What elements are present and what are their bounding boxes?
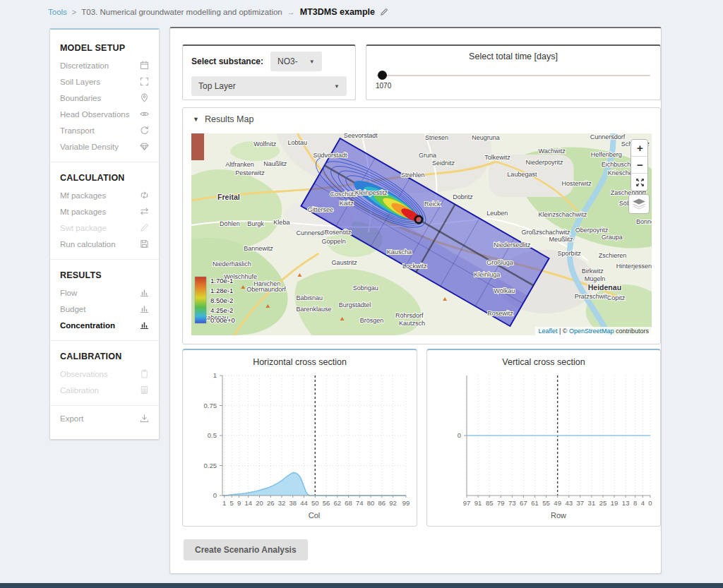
layer-value: Top Layer xyxy=(198,81,236,91)
time-slider[interactable] xyxy=(376,70,650,81)
svg-text:31: 31 xyxy=(588,499,596,507)
sidebar-item-label: Soil Layers xyxy=(60,78,100,86)
map-place-label: Lockwitz xyxy=(402,263,427,270)
sidebar-item-budget[interactable]: Budget xyxy=(50,301,159,317)
sidebar-item-mt-packages[interactable]: Mt packages xyxy=(50,203,159,220)
map-place-label: Wachwitz xyxy=(539,148,566,155)
chevron-down-icon: ▼ xyxy=(309,59,315,65)
legend-colorbar xyxy=(195,277,206,323)
create-scenario-analysis-button[interactable]: Create Scenario Analysis xyxy=(184,539,308,560)
svg-text:19: 19 xyxy=(611,499,619,507)
sidebar-item-run-calculation[interactable]: Run calculation xyxy=(50,236,159,252)
map-place-label: Burgk xyxy=(247,220,264,227)
sidebar-item-variable-density[interactable]: Variable Density xyxy=(50,138,159,155)
sidebar-item-mf-packages[interactable]: Mf packages xyxy=(50,187,159,203)
map-place-label: Helfenberg xyxy=(591,151,622,158)
map-place-label: Rosewitz xyxy=(487,310,513,317)
eye-icon xyxy=(140,109,149,119)
map-place-label: Gruna xyxy=(419,152,436,159)
map-place-label: Coschütz xyxy=(330,191,357,198)
legend-value: 0.00e+0 xyxy=(210,316,235,324)
map-place-label: Niederhäslich xyxy=(213,260,251,268)
map-place-label: Eichbusch xyxy=(602,161,631,168)
map-place-label: Hinterjessen xyxy=(616,263,652,270)
sidebar-item-boundaries[interactable]: Boundaries xyxy=(50,90,159,106)
edit-pencil-icon[interactable] xyxy=(380,8,388,16)
time-slider-track[interactable] xyxy=(376,75,650,76)
map-place-label: Röhrsdorf xyxy=(395,312,424,319)
sidebar-item-label: Transport xyxy=(60,126,95,135)
map-place-label: Lobtau xyxy=(287,139,307,146)
map-place-label: Burgstädtel xyxy=(339,301,371,308)
svg-text:97: 97 xyxy=(463,499,471,507)
substance-dropdown[interactable]: NO3- ▼ xyxy=(270,52,322,71)
zoom-in-button[interactable]: + xyxy=(631,140,648,157)
time-slider-handle[interactable] xyxy=(378,71,387,80)
map-place-label: Birkwitz xyxy=(582,268,604,275)
legend-value: 8.50e-2 xyxy=(210,296,233,304)
sidebar-item-label: Export xyxy=(60,414,83,423)
results-map[interactable]: SeevorstadtStriesenNeugrunaWachwitzCunne… xyxy=(191,133,652,335)
map-place-label: Wolfnitz xyxy=(253,140,276,148)
svg-text:99: 99 xyxy=(402,499,410,507)
sidebar-item-export[interactable]: Export xyxy=(50,410,159,426)
map-place-label: Meußlitz xyxy=(549,236,574,243)
map-place-label: Copitz xyxy=(607,294,626,301)
sidebar-item-transport[interactable]: Transport xyxy=(50,122,159,138)
svg-text:92: 92 xyxy=(389,499,397,507)
svg-text:86: 86 xyxy=(378,499,386,507)
map-place-label: Goppeln xyxy=(322,238,346,245)
sidebar-item-head-observations[interactable]: Head Observations xyxy=(50,106,159,122)
svg-text:62: 62 xyxy=(334,499,342,507)
breadcrumb-project-name: MT3DMS example xyxy=(300,7,375,17)
map-marker[interactable] xyxy=(415,216,422,223)
svg-text:49: 49 xyxy=(554,499,561,507)
legend-value: 4.25e-2 xyxy=(210,306,233,314)
sidebar-item-label: Calibration xyxy=(60,386,99,395)
map-place-label: Kleba xyxy=(273,219,289,226)
osm-link[interactable]: OpenStreetMap xyxy=(569,328,614,335)
sidebar-item-observations: Observations xyxy=(50,366,159,382)
svg-text:20: 20 xyxy=(256,499,263,507)
caret-down-icon: ▼ xyxy=(193,116,199,123)
sidebar-item-concentration[interactable]: Concentration xyxy=(50,317,159,333)
breadcrumb-link-tools[interactable]: Tools xyxy=(48,8,67,16)
breadcrumb-separator: > xyxy=(72,8,76,16)
calendar-icon xyxy=(140,61,149,70)
zoom-out-button[interactable]: − xyxy=(631,157,648,174)
svg-text:61: 61 xyxy=(531,499,539,507)
fullscreen-button[interactable] xyxy=(631,174,648,191)
map-place-label: Reick xyxy=(424,200,441,208)
leaflet-link[interactable]: Leaflet xyxy=(538,328,557,335)
svg-text:67: 67 xyxy=(520,499,527,507)
svg-text:8: 8 xyxy=(633,499,637,507)
sidebar-item-label: Flow xyxy=(60,289,77,297)
layers-control[interactable] xyxy=(628,194,650,214)
expand-icon xyxy=(140,77,149,86)
svg-text:91: 91 xyxy=(474,499,482,507)
map-place-label: Seevorstadt xyxy=(344,133,378,139)
map-place-label: Kautzsch xyxy=(399,320,425,327)
calculator-icon xyxy=(140,385,149,395)
map-canvas[interactable]: SeevorstadtStriesenNeugrunaWachwitzCunne… xyxy=(191,133,652,335)
time-slider-title: Select total time [days] xyxy=(366,46,660,61)
sidebar-item-discretization[interactable]: Discretization xyxy=(50,57,159,73)
map-place-label: Sporbitz xyxy=(558,250,582,257)
svg-text:80: 80 xyxy=(367,499,375,507)
map-place-label: Pratzschwitz xyxy=(575,293,611,300)
map-place-label: Naußlitz xyxy=(263,160,287,167)
map-place-label: Barenklause xyxy=(296,306,331,313)
map-place-label: Seidnitz xyxy=(432,160,455,167)
sidebar-item-flow[interactable]: Flow xyxy=(50,284,159,301)
map-place-label: Zschieren xyxy=(599,252,627,259)
sidebar-item-soil-layers[interactable]: Soil Layers xyxy=(50,73,159,90)
sidebar-item-label: Discretization xyxy=(60,61,109,70)
layer-dropdown[interactable]: Top Layer ▼ xyxy=(191,76,347,96)
time-slider-value: 1070 xyxy=(376,82,391,90)
map-place-label: Freital xyxy=(217,193,240,201)
horizontal-cross-section-title: Horizontal cross section xyxy=(183,350,417,368)
results-map-accordion-header[interactable]: ▼ Results Map xyxy=(183,108,660,128)
map-place-label: Graupa xyxy=(602,234,623,241)
svg-text:1: 1 xyxy=(213,371,217,379)
map-place-label: Tolkewitz xyxy=(484,154,510,161)
